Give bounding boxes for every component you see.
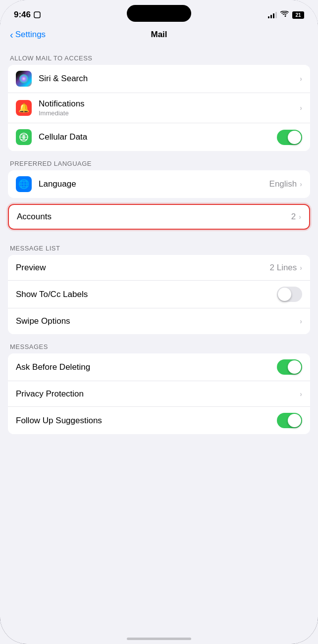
messages-section: MESSAGES Ask Before Deleting — [0, 334, 318, 434]
preview-value: 2 Lines — [270, 263, 297, 273]
nav-header: ‹ Settings Mail — [0, 26, 318, 46]
notifications-label: Notifications — [39, 99, 300, 109]
siri-icon — [16, 71, 32, 87]
privacy-chevron-icon: › — [300, 390, 302, 398]
language-item[interactable]: 🌐 Language English › — [8, 170, 310, 198]
follow-up-text: Follow Up Suggestions — [16, 416, 277, 426]
ask-before-deleting-label: Ask Before Deleting — [16, 362, 277, 372]
svg-rect-0 — [34, 12, 40, 18]
signal-bars — [268, 11, 277, 18]
accounts-count: 2 — [291, 212, 296, 222]
privacy-label: Privacy Protection — [16, 389, 300, 399]
siri-search-label: Siri & Search — [39, 74, 300, 84]
page-title: Mail — [151, 30, 167, 40]
preview-label: Preview — [16, 263, 270, 273]
siri-search-item[interactable]: Siri & Search › — [8, 65, 310, 93]
swipe-label: Swipe Options — [16, 316, 300, 326]
ask-before-deleting-toggle-knob — [288, 360, 301, 374]
tocc-right — [277, 287, 302, 302]
cellular-icon — [16, 129, 32, 145]
siri-search-text: Siri & Search — [39, 74, 300, 84]
follow-up-right — [277, 413, 302, 428]
preview-text: Preview — [16, 263, 270, 273]
wifi-icon — [280, 10, 289, 19]
follow-up-toggle-knob — [288, 414, 301, 427]
swipe-options-item[interactable]: Swipe Options › — [8, 308, 310, 334]
status-right: 21 — [268, 10, 304, 19]
notifications-right: › — [300, 104, 302, 112]
dynamic-island — [127, 5, 191, 22]
swipe-right: › — [300, 317, 302, 325]
allow-mail-body: Siri & Search › 🔔 Notifications Immediat… — [8, 65, 310, 151]
language-text: Language — [39, 179, 269, 189]
tocc-label: Show To/Cc Labels — [16, 290, 277, 299]
tocc-toggle[interactable] — [277, 287, 302, 302]
accounts-chevron-icon: › — [299, 213, 301, 221]
status-time: 9:46 — [14, 10, 41, 20]
signal-bar-3 — [273, 13, 274, 18]
tocc-text: Show To/Cc Labels — [16, 290, 277, 299]
privacy-protection-item[interactable]: Privacy Protection › — [8, 381, 310, 407]
language-icon: 🌐 — [16, 176, 32, 192]
notifications-item[interactable]: 🔔 Notifications Immediate › — [8, 93, 310, 123]
message-list-section: MESSAGE LIST Preview 2 Lines › — [0, 236, 318, 334]
ask-before-deleting-right — [277, 359, 302, 375]
svg-point-1 — [19, 74, 28, 83]
signal-bar-4 — [275, 12, 277, 18]
back-chevron-icon: ‹ — [10, 30, 13, 40]
back-button[interactable]: ‹ Settings — [10, 30, 46, 40]
signal-bar-1 — [268, 16, 269, 18]
allow-mail-section: ALLOW MAIL TO ACCESS — [0, 46, 318, 151]
cellular-data-item[interactable]: Cellular Data — [8, 123, 310, 151]
allow-mail-header: ALLOW MAIL TO ACCESS — [0, 46, 318, 65]
language-chevron-icon: › — [300, 180, 302, 188]
home-indicator — [127, 638, 191, 640]
follow-up-label: Follow Up Suggestions — [16, 416, 277, 426]
accounts-right: 2 › — [291, 212, 301, 222]
cellular-text: Cellular Data — [39, 132, 277, 142]
screen-record-icon — [33, 11, 41, 19]
cellular-label: Cellular Data — [39, 132, 277, 142]
preferred-language-header: PREFERRED LANGUAGE — [0, 151, 318, 170]
messages-body: Ask Before Deleting Privacy Protection — [8, 353, 310, 434]
notifications-subtitle: Immediate — [39, 109, 300, 117]
message-list-body: Preview 2 Lines › Show To/Cc Labels — [8, 255, 310, 334]
ask-before-deleting-text: Ask Before Deleting — [16, 362, 277, 372]
cellular-right — [277, 130, 302, 145]
time-text: 9:46 — [14, 10, 31, 20]
settings-content: ALLOW MAIL TO ACCESS — [0, 46, 318, 449]
siri-search-right: › — [300, 75, 302, 83]
ask-before-deleting-toggle[interactable] — [277, 359, 302, 375]
messages-header: MESSAGES — [0, 334, 318, 353]
ask-before-deleting-item[interactable]: Ask Before Deleting — [8, 353, 310, 381]
battery-icon: 21 — [292, 11, 304, 19]
siri-chevron-icon: › — [300, 75, 302, 83]
preview-right: 2 Lines › — [270, 263, 303, 273]
accounts-section: Accounts 2 › — [8, 204, 310, 230]
swipe-chevron-icon: › — [300, 317, 302, 325]
signal-bar-2 — [270, 15, 272, 18]
cellular-toggle-knob — [288, 131, 301, 144]
privacy-text: Privacy Protection — [16, 389, 300, 399]
preferred-language-body: 🌐 Language English › — [8, 170, 310, 198]
cellular-toggle[interactable] — [277, 130, 302, 145]
back-button-label: Settings — [15, 30, 46, 40]
notifications-icon: 🔔 — [16, 100, 32, 116]
preferred-language-section: PREFERRED LANGUAGE 🌐 Language English › — [0, 151, 318, 198]
language-value: English — [269, 179, 297, 189]
follow-up-toggle[interactable] — [277, 413, 302, 428]
follow-up-item[interactable]: Follow Up Suggestions — [8, 407, 310, 434]
tocc-toggle-knob — [278, 288, 291, 301]
privacy-right: › — [300, 390, 302, 398]
language-right: English › — [269, 179, 302, 189]
notifications-text: Notifications Immediate — [39, 99, 300, 117]
preview-chevron-icon: › — [300, 264, 302, 272]
notifications-chevron-icon: › — [300, 104, 302, 112]
message-list-header: MESSAGE LIST — [0, 236, 318, 255]
screen: 9:46 — [0, 0, 318, 644]
accounts-item[interactable]: Accounts 2 › — [8, 204, 310, 230]
phone-frame: 9:46 — [0, 0, 318, 644]
tocc-item[interactable]: Show To/Cc Labels — [8, 281, 310, 308]
preview-item[interactable]: Preview 2 Lines › — [8, 255, 310, 281]
accounts-label: Accounts — [17, 212, 52, 222]
